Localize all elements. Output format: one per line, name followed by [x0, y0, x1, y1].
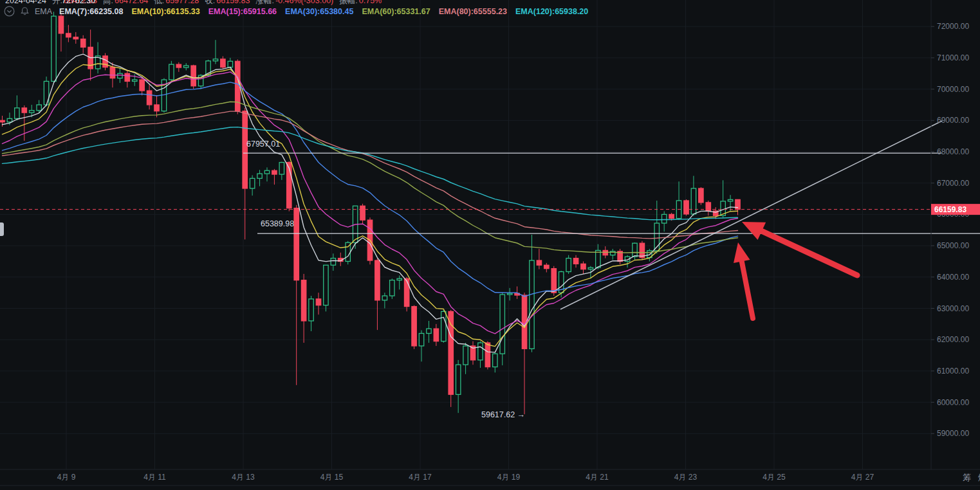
ohlc-field: 涨幅:-0.46%(-303.00): [255, 0, 333, 5]
overlay-price-text: 72762.30: [62, 0, 95, 5]
svg-text:67957.01: 67957.01: [246, 140, 280, 149]
ohlc-field: 收:66159.83: [205, 0, 250, 5]
ema-legend-item: EMA(30):65380.45: [285, 7, 353, 16]
indicator-name: EMA: [35, 7, 52, 16]
candlestick-chart[interactable]: 67957.0165389.9859617.62 →72000.0071000.…: [0, 0, 980, 490]
svg-text:67000.00: 67000.00: [937, 179, 969, 188]
svg-text:65389.98: 65389.98: [261, 219, 294, 228]
svg-text:4月 21: 4月 21: [586, 473, 609, 482]
ema-legend-item: EMA(60):65331.67: [362, 7, 430, 16]
ema-legend-item: EMA(80):65555.23: [439, 7, 507, 16]
svg-text:70000.00: 70000.00: [937, 85, 969, 94]
svg-text:60000.00: 60000.00: [937, 398, 969, 407]
alert-bell-icon[interactable]: [19, 6, 30, 17]
ema-legend-item: EMA(10):66135.33: [131, 7, 199, 16]
svg-text:4月 15: 4月 15: [320, 473, 344, 482]
svg-text:4月 17: 4月 17: [409, 473, 432, 482]
ohlc-field: 高:66472.64: [103, 0, 148, 5]
svg-text:4月 25: 4月 25: [763, 473, 786, 482]
ema-legend-item: EMA(7):66235.08: [59, 7, 123, 16]
svg-text:61000.00: 61000.00: [937, 367, 969, 376]
svg-text:4月 11: 4月 11: [143, 473, 166, 482]
svg-text:66159.83: 66159.83: [934, 205, 966, 214]
svg-text:4月 13: 4月 13: [232, 473, 255, 482]
svg-text:4月 19: 4月 19: [497, 473, 521, 482]
ohlc-field: 振幅:0.75%: [339, 0, 382, 5]
svg-text:63000.00: 63000.00: [937, 304, 969, 313]
svg-text:59617.62 →: 59617.62 →: [481, 410, 525, 419]
svg-text:59000.00: 59000.00: [937, 429, 969, 438]
ema-legend-item: EMA(120):65938.20: [515, 7, 588, 16]
svg-text:4月 23: 4月 23: [674, 473, 698, 482]
indicator-bar: EMA EMA(7):66235.08EMA(10):66135.33EMA(1…: [4, 6, 596, 17]
drawer-handle[interactable]: [0, 222, 4, 236]
info-date: 2024-04-24: [5, 0, 46, 5]
ema-legend-item: EMA(15):65915.66: [208, 7, 277, 16]
svg-text:68000.00: 68000.00: [937, 147, 969, 156]
svg-text:62000.00: 62000.00: [937, 335, 969, 344]
svg-text:4月 27: 4月 27: [851, 473, 874, 482]
svg-text:64000.00: 64000.00: [937, 273, 969, 282]
ema-legend: EMA(7):66235.08EMA(10):66135.33EMA(15):6…: [59, 7, 596, 16]
ohlc-field: 低:65977.28: [154, 0, 199, 5]
bottom-right-buttons: 筹 燃: [963, 472, 980, 484]
svg-text:65000.00: 65000.00: [937, 241, 969, 250]
svg-text:72000.00: 72000.00: [937, 22, 969, 31]
trading-chart-screen: 67957.0165389.9859617.62 →72000.0071000.…: [0, 0, 980, 490]
svg-text:4月 9: 4月 9: [57, 473, 76, 482]
svg-text:69000.00: 69000.00: [937, 116, 969, 125]
svg-text:71000.00: 71000.00: [937, 53, 969, 62]
chips-distribution-button[interactable]: 筹: [963, 472, 971, 484]
collapse-chevron-icon[interactable]: [4, 6, 15, 17]
